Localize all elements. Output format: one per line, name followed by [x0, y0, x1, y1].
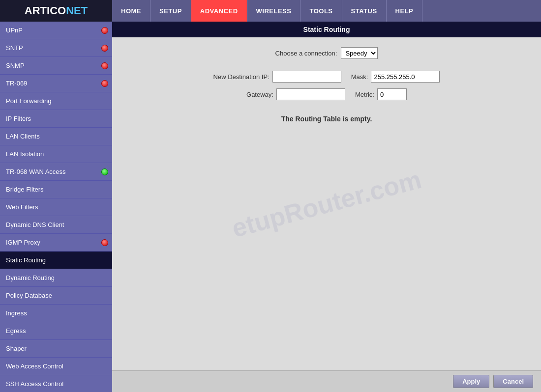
- routing-table-message: The Routing Table is empty.: [122, 115, 531, 123]
- sidebar-label-policy-database: Policy Database: [6, 292, 52, 299]
- sidebar: UPnP SNTP SNMP TR-069 Port Forwarding IP…: [0, 22, 112, 392]
- logo-text: ARTICONET: [25, 4, 88, 17]
- sidebar-label-shaper: Shaper: [6, 345, 27, 352]
- sidebar-item-bridge-filters[interactable]: Bridge Filters: [0, 181, 112, 198]
- content-footer: Apply Cancel: [112, 370, 541, 392]
- sidebar-item-tr069[interactable]: TR-069: [0, 75, 112, 92]
- sidebar-label-snmp: SNMP: [6, 62, 25, 69]
- sidebar-label-sntp: SNTP: [6, 44, 23, 52]
- sidebar-label-bridge-filters: Bridge Filters: [6, 186, 44, 193]
- connection-select[interactable]: Speedy: [341, 47, 378, 59]
- nav-help[interactable]: HELP: [387, 0, 423, 22]
- sidebar-item-lan-isolation[interactable]: LAN Isolation: [0, 145, 112, 163]
- sidebar-item-ip-filters[interactable]: IP Filters: [0, 110, 112, 128]
- mask-group: Mask:: [351, 71, 440, 83]
- sidebar-label-ssh-access-control: SSH Access Control: [6, 380, 63, 388]
- sidebar-item-upnp[interactable]: UPnP: [0, 22, 112, 39]
- sidebar-item-sntp[interactable]: SNTP: [0, 39, 112, 57]
- main-nav: HOME SETUP ADVANCED WIRELESS TOOLS STATU…: [112, 0, 422, 22]
- sidebar-item-ssh-access-control[interactable]: SSH Access Control: [0, 375, 112, 392]
- sidebar-item-ingress[interactable]: Ingress: [0, 305, 112, 322]
- sidebar-item-lan-clients[interactable]: LAN Clients: [0, 128, 112, 145]
- connection-row: Choose a connection: Speedy: [122, 47, 531, 59]
- sidebar-item-igmp-proxy[interactable]: IGMP Proxy: [0, 234, 112, 252]
- dest-ip-input[interactable]: [272, 71, 341, 83]
- sidebar-label-dynamic-dns: Dynamic DNS Client: [6, 221, 64, 228]
- sidebar-label-ip-filters: IP Filters: [6, 115, 31, 122]
- sidebar-label-port-forwarding: Port Forwarding: [6, 97, 51, 105]
- sidebar-label-dynamic-routing: Dynamic Routing: [6, 274, 55, 281]
- sidebar-label-ingress: Ingress: [6, 309, 27, 317]
- sidebar-item-dynamic-dns[interactable]: Dynamic DNS Client: [0, 216, 112, 234]
- sidebar-label-static-routing: Static Routing: [6, 256, 46, 264]
- status-dot-red: [101, 239, 108, 246]
- sidebar-label-tr068-wan: TR-068 WAN Access: [6, 168, 66, 175]
- sidebar-label-tr069: TR-069: [6, 80, 27, 87]
- mask-input[interactable]: [371, 71, 440, 83]
- sidebar-item-tr068-wan[interactable]: TR-068 WAN Access: [0, 163, 112, 181]
- content-area: Static Routing etupRouter.com Choose a c…: [112, 22, 541, 392]
- metric-input[interactable]: [377, 88, 407, 100]
- sidebar-label-lan-clients: LAN Clients: [6, 133, 40, 140]
- dest-ip-group: New Destination IP:: [213, 71, 341, 83]
- nav-home[interactable]: HOME: [112, 0, 150, 22]
- sidebar-label-web-access-control: Web Access Control: [6, 363, 63, 370]
- nav-setup[interactable]: SETUP: [150, 0, 191, 22]
- gateway-metric-row: Gateway: Metric:: [122, 88, 531, 100]
- sidebar-label-egress: Egress: [6, 327, 26, 335]
- gateway-input[interactable]: [276, 88, 345, 100]
- logo: ARTICONET: [0, 0, 112, 22]
- content-body: etupRouter.com Choose a connection: Spee…: [112, 37, 541, 370]
- sidebar-item-web-access-control[interactable]: Web Access Control: [0, 358, 112, 375]
- nav-tools[interactable]: TOOLS: [301, 0, 342, 22]
- status-dot-red: [101, 45, 108, 52]
- status-dot-green: [101, 168, 108, 175]
- connection-label: Choose a connection:: [275, 50, 337, 57]
- sidebar-item-snmp[interactable]: SNMP: [0, 57, 112, 75]
- sidebar-label-igmp-proxy: IGMP Proxy: [6, 239, 40, 246]
- sidebar-label-lan-isolation: LAN Isolation: [6, 150, 44, 158]
- status-dot-red: [101, 80, 108, 87]
- sidebar-item-dynamic-routing[interactable]: Dynamic Routing: [0, 269, 112, 287]
- status-dot-red: [101, 27, 108, 34]
- nav-advanced[interactable]: ADVANCED: [191, 0, 247, 22]
- sidebar-item-port-forwarding[interactable]: Port Forwarding: [0, 92, 112, 110]
- sidebar-item-egress[interactable]: Egress: [0, 322, 112, 340]
- sidebar-label-upnp: UPnP: [6, 27, 23, 34]
- dest-ip-label: New Destination IP:: [213, 73, 270, 81]
- apply-button[interactable]: Apply: [453, 375, 489, 388]
- form-area: Choose a connection: Speedy New Destinat…: [122, 47, 531, 100]
- mask-label: Mask:: [351, 73, 368, 81]
- sidebar-item-policy-database[interactable]: Policy Database: [0, 287, 112, 305]
- sidebar-item-static-routing[interactable]: Static Routing: [0, 252, 112, 269]
- gateway-group: Gateway:: [246, 88, 345, 100]
- gateway-label: Gateway:: [246, 91, 273, 98]
- dest-mask-row: New Destination IP: Mask:: [122, 71, 531, 83]
- sidebar-item-shaper[interactable]: Shaper: [0, 340, 112, 358]
- content-title: Static Routing: [112, 22, 541, 37]
- cancel-button[interactable]: Cancel: [493, 375, 533, 388]
- nav-status[interactable]: STATUS: [342, 0, 387, 22]
- status-dot-red: [101, 62, 108, 69]
- metric-group: Metric:: [355, 88, 407, 100]
- nav-wireless[interactable]: WIRELESS: [247, 0, 301, 22]
- sidebar-label-web-filters: Web Filters: [6, 203, 38, 211]
- sidebar-item-web-filters[interactable]: Web Filters: [0, 198, 112, 216]
- watermark: etupRouter.com: [229, 165, 424, 243]
- metric-label: Metric:: [355, 91, 374, 98]
